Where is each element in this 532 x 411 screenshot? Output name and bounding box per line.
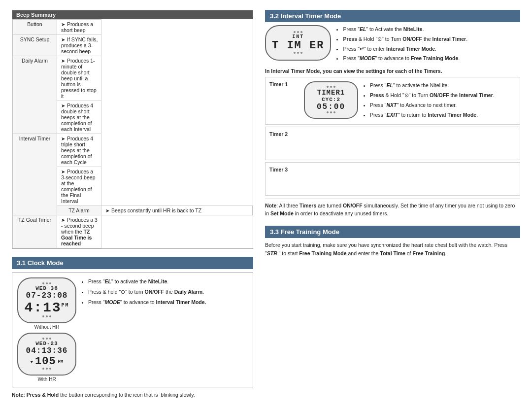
timer1-line3: 05:00 [317, 103, 345, 111]
watch1-line3: 4:13PM [24, 300, 69, 315]
timer1-line1: TIMER1 [317, 89, 345, 97]
watch-displays: WED 36 07-23:08 4:13PM Without HR WED-23… [17, 277, 76, 382]
clock-instructions: Press "EL" to activate the NiteLite. Pre… [81, 277, 248, 308]
interval-watch-line1: INT [292, 34, 304, 39]
beep-table: Button ➤Produces a short beep SYNC Setup… [12, 19, 253, 248]
interval-note: Note: All three Timers are turned ON/OFF… [265, 199, 520, 218]
list-item: Press "EL" to activate the NiteLite. [88, 277, 248, 286]
interval-timer-content2: ➤Produces a 3-second beep at the complet… [57, 167, 101, 206]
tz-goal-label: TZ Goal Timer [13, 215, 57, 248]
daily-alarm-content1: ➤Produces 1-minute of double short beep … [57, 56, 101, 101]
interval-watch: INT T IM ER [265, 25, 331, 61]
clock-mode-title: 3.1 Clock Mode [12, 257, 253, 269]
free-training-title: 3.3 Free Training Mode [265, 226, 520, 238]
timer1-section: Timer 1 TIMER1 CYC:2 05:00 Press "EL" to… [265, 77, 520, 125]
table-row: Button ➤Produces a short beep [13, 20, 253, 35]
button-label: Button [13, 20, 57, 35]
free-training-content: Before you start training, make sure you… [265, 241, 520, 258]
timer1-watch-col: TIMER1 CYC:2 05:00 [304, 81, 358, 119]
timer2-section: Timer 2 [265, 127, 520, 160]
list-item: Press "EL" to Activate the NiteLite. [343, 25, 520, 34]
interval-timer-content1: ➤Produces 4 triple short beeps at the co… [57, 134, 101, 167]
watch2-line3: 105 [35, 355, 56, 368]
table-row: TZ Goal Timer ➤Produces a 3 - second bee… [13, 215, 253, 248]
beep-summary-title: Beep Summary [12, 10, 253, 19]
interval-watch-line2: T IM ER [272, 39, 324, 52]
timer1-line2: CYC:2 [322, 97, 340, 103]
list-item: Press "MODE" to advance to Interval Time… [88, 298, 248, 307]
list-item: Press "NXT" to Advance to next timer. [370, 101, 516, 109]
sync-label: SYNC Setup [13, 35, 57, 56]
watch1-line2: 07-23:08 [26, 291, 68, 300]
list-item: Press & Hold "⊙" to Turn ON/OFF the Inte… [343, 35, 520, 43]
watch2-line1: WED-23 [35, 341, 58, 346]
clock-note: Note: Press & Hold the button correspond… [12, 391, 253, 399]
beep-summary-box: Beep Summary Button ➤Produces a short be… [12, 10, 253, 249]
watch-display-2: WED-23 04:13:36 105 PM [17, 333, 76, 376]
timer1-instructions: Press "EL" to activate the NiteLite. Pre… [363, 81, 516, 120]
daily-alarm-label: Daily Alarm [13, 56, 57, 134]
table-row: Interval Timer ➤Produces 4 triple short … [13, 134, 253, 167]
tz-alarm-label: TZ Alarm [57, 206, 101, 215]
sync-content: ➤If SYNC fails, produces a 3-second beep [57, 35, 101, 56]
interval-mode-section: 3.2 Interval Timer Mode INT T IM ER Pres… [265, 10, 520, 218]
timer3-label: Timer 3 [269, 167, 299, 172]
watch1-line1: WED 36 [35, 285, 58, 291]
timer2-label: Timer 2 [269, 131, 299, 137]
timer3-section: Timer 3 [265, 162, 520, 196]
left-column: Beep Summary Button ➤Produces a short be… [12, 10, 253, 399]
table-row: Daily Alarm ➤Produces 1-minute of double… [13, 56, 253, 101]
watch-display-1: WED 36 07-23:08 4:13PM [17, 277, 76, 323]
list-item: Press & hold "⊙" to turn ON/OFF the Dail… [88, 288, 248, 296]
interval-top-instructions: Press "EL" to Activate the NiteLite. Pre… [336, 25, 520, 64]
free-training-section: 3.3 Free Training Mode Before you start … [265, 226, 520, 258]
list-item: Press & Hold "⊙" to Turn ON/OFF the Inte… [370, 91, 516, 100]
interval-timer-label: Interval Timer [13, 134, 57, 215]
tz-alarm-content: ➤Beeps constantly until HR is back to TZ [101, 206, 253, 215]
clock-mode-content: WED 36 07-23:08 4:13PM Without HR WED-23… [12, 272, 253, 387]
page-numbers: 13 14 [0, 409, 532, 411]
right-column: 3.2 Interval Timer Mode INT T IM ER Pres… [265, 10, 520, 399]
interval-bold-note: In Interval Timer Mode, you can view the… [265, 68, 520, 74]
daily-alarm-content2: ➤Produces 4 double short beeps at the co… [57, 101, 101, 134]
heart-icon [31, 358, 33, 365]
timer2-watch-col [304, 131, 358, 156]
watch1-label: Without HR [34, 324, 59, 330]
watch2-label: With HR [37, 377, 56, 382]
list-item: Press "MODE" to advance to Free Training… [343, 54, 520, 63]
timer1-label: Timer 1 [269, 81, 299, 87]
tz-goal-content: ➤Produces a 3 - second beep when the TZ … [57, 215, 101, 248]
list-item: Press "EL" to activate the NiteLite. [370, 81, 516, 90]
clock-mode-section: 3.1 Clock Mode WED 36 07-23:08 4:13PM Wi… [12, 257, 253, 399]
button-content: ➤Produces a short beep [57, 20, 101, 35]
table-row: SYNC Setup ➤If SYNC fails, produces a 3-… [13, 35, 253, 56]
timer3-watch-col [304, 167, 358, 191]
timer1-watch: TIMER1 CYC:2 05:00 [304, 81, 358, 119]
interval-mode-title: 3.2 Interval Timer Mode [265, 10, 520, 22]
list-item: Press "EXIT" to return to Interval Timer… [370, 111, 516, 119]
watch2-line2: 04:13:36 [26, 346, 68, 355]
list-item: Press "↵" to enter Interval Timer Mode. [343, 45, 520, 53]
interval-mode-top: INT T IM ER Press "EL" to Activate the N… [265, 25, 520, 64]
